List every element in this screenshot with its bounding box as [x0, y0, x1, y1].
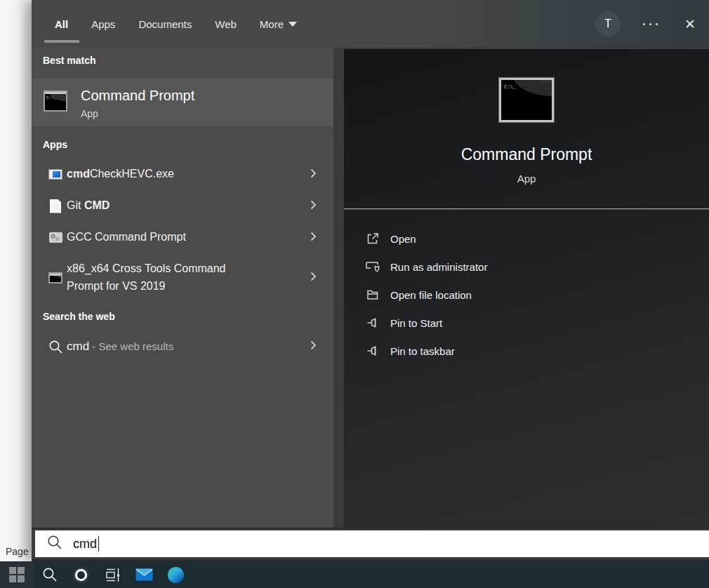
preview-subtitle: App: [344, 173, 709, 185]
document-icon: [50, 199, 61, 213]
task-view-button[interactable]: [97, 561, 128, 588]
tab-web-label: Web: [215, 18, 237, 30]
preview-panel: C:\_ Command Prompt App Open: [333, 48, 709, 528]
tab-all-label: All: [55, 18, 68, 30]
edge-icon: [168, 567, 184, 583]
chevron-right-icon[interactable]: [310, 340, 317, 353]
divider: [344, 208, 709, 210]
gears-window-icon: ⚙⚙: [49, 232, 62, 243]
page-indicator: Page: [6, 546, 29, 557]
filter-tabs: All Apps Documents Web More: [55, 0, 297, 48]
text-cursor: [98, 536, 99, 552]
mail-button[interactable]: [128, 561, 160, 588]
search-query-text: cmd: [73, 537, 97, 552]
background-window: Page: [0, 0, 32, 561]
cortana-button[interactable]: [65, 561, 97, 588]
tab-more-label: More: [260, 18, 284, 30]
action-run-as-administrator[interactable]: Run as administrator: [344, 253, 709, 280]
section-best-match: Best match: [43, 55, 95, 66]
action-open[interactable]: Open: [344, 225, 709, 252]
tab-apps[interactable]: Apps: [91, 0, 115, 48]
tab-apps-label: Apps: [91, 18, 115, 30]
result-x86-x64-cross-tools[interactable]: x86_x64 Cross Tools Command Prompt for V…: [32, 253, 333, 302]
ellipsis-icon[interactable]: [640, 19, 661, 29]
preview-title: Command Prompt: [344, 145, 709, 164]
windows-search-screen: Page All Apps Documents Web Mo: [0, 0, 709, 588]
result-git-cmd[interactable]: Git CMD: [32, 190, 333, 222]
tab-documents-label: Documents: [138, 18, 192, 30]
search-bar: cmd: [32, 528, 709, 559]
chevron-right-icon[interactable]: [310, 168, 317, 181]
app-window-icon: [48, 169, 62, 180]
command-prompt-icon: C:\_: [44, 91, 67, 112]
avatar[interactable]: T: [595, 11, 621, 36]
search-icon: [47, 535, 62, 553]
tab-web[interactable]: Web: [215, 0, 237, 48]
result-web-search[interactable]: cmd - See web results: [32, 331, 333, 362]
tab-more[interactable]: More: [260, 0, 297, 48]
folder-icon: [365, 288, 380, 302]
windows-logo-icon: [9, 567, 25, 582]
open-icon: [365, 232, 380, 246]
pin-icon: [365, 316, 380, 330]
action-pin-to-taskbar[interactable]: Pin to taskbar: [344, 338, 709, 364]
mail-icon: [135, 568, 153, 581]
result-gcc-command-prompt[interactable]: ⚙⚙ GCC Command Prompt: [32, 222, 333, 253]
best-match-subtitle: App: [81, 108, 98, 119]
result-best-match[interactable]: C:\_ Command Prompt App: [32, 79, 333, 126]
start-button[interactable]: [0, 561, 34, 588]
action-pin-to-start[interactable]: Pin to Start: [344, 309, 709, 336]
section-apps: Apps: [43, 139, 67, 150]
search-flyout: All Apps Documents Web More: [32, 0, 709, 561]
search-input[interactable]: cmd: [35, 530, 709, 557]
close-icon[interactable]: ✕: [680, 15, 700, 34]
tab-documents[interactable]: Documents: [138, 0, 192, 48]
search-icon: [42, 340, 69, 354]
command-prompt-icon-large: C:\_: [499, 78, 554, 122]
chevron-right-icon[interactable]: [310, 272, 317, 284]
cortana-ring-icon: [75, 569, 87, 581]
shield-window-icon: [365, 260, 380, 274]
header-right: T ✕: [595, 0, 700, 48]
task-view-icon: [105, 568, 120, 582]
avatar-initial: T: [604, 18, 611, 30]
search-header: All Apps Documents Web More: [32, 0, 709, 48]
tab-all[interactable]: All: [55, 0, 68, 48]
pin-icon: [365, 344, 380, 358]
search-icon: [42, 567, 58, 582]
taskbar: [0, 561, 709, 588]
action-open-file-location[interactable]: Open file location: [344, 281, 709, 308]
edge-button[interactable]: [160, 561, 192, 588]
active-tab-indicator: [44, 40, 79, 43]
best-match-title: Command Prompt: [81, 88, 194, 104]
chevron-right-icon[interactable]: [310, 200, 317, 213]
results-panel: Best match C:\_ Command Prompt App Apps …: [32, 48, 333, 528]
terminal-icon: [48, 272, 62, 283]
chevron-right-icon[interactable]: [310, 232, 317, 244]
chevron-down-icon: [289, 22, 297, 27]
result-cmdcheckhevc[interactable]: cmdCheckHEVC.exe: [32, 159, 333, 190]
taskbar-search-button[interactable]: [34, 561, 65, 588]
section-search-web: Search the web: [43, 311, 115, 322]
